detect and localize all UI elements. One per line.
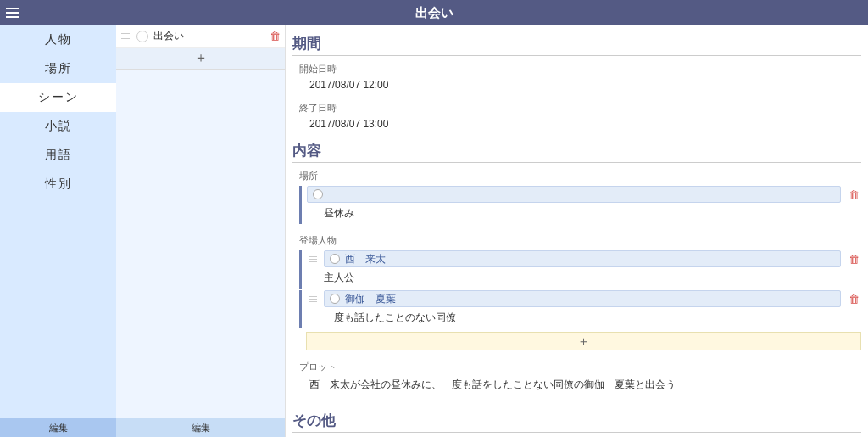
add-character-button[interactable]: ＋ <box>306 332 861 350</box>
delete-place-icon[interactable]: 🗑 <box>846 188 861 201</box>
section-title-content: 内容 <box>292 141 861 163</box>
start-date-value[interactable]: 2017/08/07 12:00 <box>299 77 861 93</box>
detail-panel: 期間 開始日時 2017/08/07 12:00 終了日時 2017/08/07… <box>286 25 868 437</box>
character-name: 西 来太 <box>345 252 386 266</box>
delete-character-icon[interactable]: 🗑 <box>846 293 861 305</box>
delete-icon[interactable]: 🗑 <box>268 30 281 42</box>
list-item-label: 出会い <box>153 29 268 43</box>
place-label: 場所 <box>299 170 861 182</box>
scene-list: 出会い 🗑 ＋ 編集 <box>116 25 286 437</box>
sidebar-item-gender[interactable]: 性別 <box>0 170 116 199</box>
item-marker-icon <box>136 31 148 42</box>
sidebar-item-term[interactable]: 用語 <box>0 141 116 170</box>
end-date-label: 終了日時 <box>299 102 861 115</box>
sidebar-item-novel[interactable]: 小説 <box>0 112 116 141</box>
character-tag[interactable]: 西 来太 <box>324 250 841 267</box>
drag-handle-icon[interactable] <box>120 33 131 39</box>
drag-handle-icon[interactable] <box>307 296 319 302</box>
characters-label: 登場人物 <box>299 234 861 247</box>
character-name: 御伽 夏葉 <box>345 292 396 306</box>
delete-character-icon[interactable]: 🗑 <box>846 253 861 266</box>
section-title-period: 期間 <box>292 34 861 56</box>
circle-marker-icon <box>330 254 340 264</box>
list-item[interactable]: 出会い 🗑 <box>116 25 285 48</box>
page-title: 出会い <box>0 5 868 21</box>
plot-label: プロット <box>299 361 861 373</box>
character-tag[interactable]: 御伽 夏葉 <box>324 290 841 307</box>
plot-value[interactable]: 西 来太が会社の昼休みに、一度も話をしたことない同僚の御伽 夏葉と出会う <box>299 377 861 393</box>
end-date-value[interactable]: 2017/08/07 13:00 <box>299 116 861 132</box>
circle-marker-icon <box>330 294 340 304</box>
menu-icon[interactable] <box>0 0 25 25</box>
add-scene-button[interactable]: ＋ <box>116 48 285 70</box>
section-title-other: その他 <box>292 411 861 433</box>
sidebar-item-place[interactable]: 場所 <box>0 54 116 83</box>
drag-handle-icon[interactable] <box>307 256 319 262</box>
sidebar-item-person[interactable]: 人物 <box>0 25 116 54</box>
place-tag[interactable] <box>307 186 841 203</box>
list-edit-button[interactable]: 編集 <box>116 418 285 437</box>
character-desc: 一度も話したことのない同僚 <box>307 307 861 328</box>
sidebar-edit-button[interactable]: 編集 <box>0 418 116 437</box>
sidebar: 人物 場所 シーン 小説 用語 性別 編集 <box>0 25 116 437</box>
circle-marker-icon <box>313 189 323 199</box>
sidebar-item-scene[interactable]: シーン <box>0 83 116 112</box>
character-desc: 主人公 <box>307 267 861 289</box>
start-date-label: 開始日時 <box>299 63 861 76</box>
place-value: 昼休み <box>307 203 861 224</box>
